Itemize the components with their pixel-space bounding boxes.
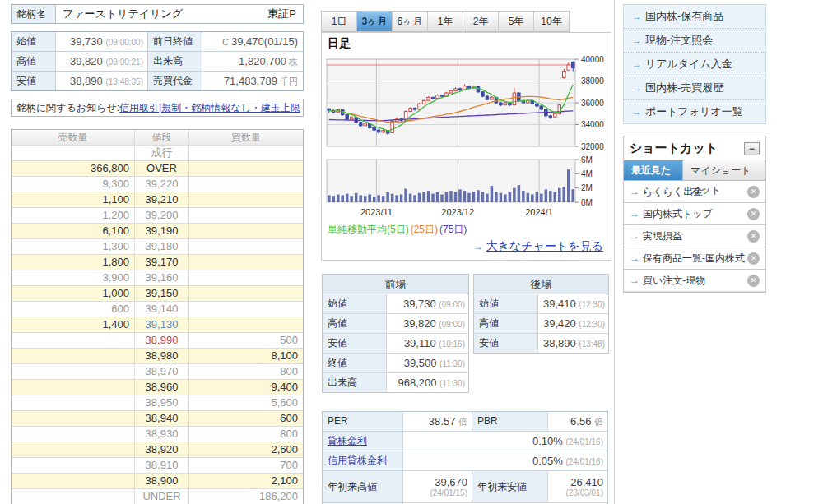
quick-menu-item-label: 国内株-保有商品 xyxy=(645,9,723,24)
stock-lending-rate-link[interactable]: 貸株金利 xyxy=(328,435,367,446)
order-book-row: 38,9609,400 xyxy=(12,380,303,395)
session-label: 安値 xyxy=(474,334,538,353)
order-book-row: 38,9808,100 xyxy=(12,349,303,364)
margin-lending-rate-row: 信用貸株金利 0.05% (24/01/16) xyxy=(323,451,607,471)
price-candlestick-chart: 4000038000360003400032000 xyxy=(323,54,611,151)
close-icon[interactable]: ✕ xyxy=(747,275,760,287)
quick-menu-item[interactable]: →現物-注文照会 xyxy=(624,29,765,53)
price-cell[interactable]: 38,930 xyxy=(135,427,189,442)
sell-qty-cell xyxy=(12,395,135,410)
price-cell[interactable]: 39,210 xyxy=(135,192,189,207)
buy-qty-cell: 8,100 xyxy=(189,349,303,363)
quick-menu-item[interactable]: →リアルタイム入金 xyxy=(624,53,765,76)
price-cell[interactable]: 39,220 xyxy=(135,177,189,192)
shortcut-tab[interactable]: マイショートカット xyxy=(683,160,765,180)
legend-entry: (75日) xyxy=(439,224,467,235)
price-cell[interactable]: 38,990 xyxy=(135,333,189,348)
price-cell[interactable]: 39,170 xyxy=(135,255,189,270)
chart-period-tab[interactable]: 1年 xyxy=(428,12,463,31)
price-cell[interactable]: 39,180 xyxy=(135,239,189,254)
buy-qty-cell xyxy=(189,146,303,160)
chart-period-tabs: 1日3ヶ月6ヶ月1年2年5年10年 xyxy=(321,11,570,32)
price-cell[interactable]: OVER xyxy=(135,161,189,176)
sell-qty-cell: 1,400 xyxy=(12,317,135,332)
order-book-row: UNDER186,200 xyxy=(12,489,303,504)
quick-menu-item[interactable]: →国内株-売買履歴 xyxy=(624,76,765,100)
price-cell[interactable]: 38,980 xyxy=(135,349,189,363)
morning-session-title: 前場 xyxy=(323,275,468,294)
shortcut-title: ショートカット xyxy=(630,141,718,156)
shortcut-item-label: 国内株式トップ xyxy=(643,207,713,221)
session-row: 高値39,820 (09:00) xyxy=(323,314,468,334)
shortcut-item[interactable]: →買い注文-現物✕ xyxy=(624,270,765,292)
margin-lending-rate-link[interactable]: 信用貸株金利 xyxy=(328,455,387,466)
price-cell[interactable]: 38,960 xyxy=(135,380,189,395)
session-value: 39,820 (09:00) xyxy=(387,314,468,333)
order-book-row: 3,90039,160 xyxy=(12,270,303,286)
summary-row: 高値39,820 (09:00:21)出来高1,820,700 株 xyxy=(12,52,303,72)
price-cell[interactable]: 39,150 xyxy=(135,286,189,301)
session-label: 高値 xyxy=(323,314,387,333)
price-cell[interactable]: 39,160 xyxy=(135,270,189,285)
shortcut-header: ショートカット − xyxy=(624,136,765,160)
sell-qty-cell xyxy=(12,442,135,457)
close-icon[interactable]: ✕ xyxy=(747,208,760,220)
notice-link[interactable]: 信用取引|規制・銘柄情報なし・建玉上限 xyxy=(119,101,300,115)
shortcut-item[interactable]: →実現損益✕ xyxy=(624,225,765,247)
summary-label: 安値 xyxy=(12,72,56,90)
close-icon[interactable]: ✕ xyxy=(747,230,760,243)
chart-period-tab[interactable]: 2年 xyxy=(463,12,499,31)
summary-value-2: 71,483,789 千円 xyxy=(202,72,303,90)
close-icon[interactable]: ✕ xyxy=(747,252,760,265)
chart-period-tab[interactable]: 6ヶ月 xyxy=(393,12,428,31)
chart-period-tab[interactable]: 5年 xyxy=(499,12,534,31)
big-chart-link[interactable]: 大きなチャートを見る xyxy=(486,239,603,252)
chart-type-label: 日足 xyxy=(328,36,351,51)
price-cell[interactable]: 38,970 xyxy=(135,364,189,379)
price-header: 値段 xyxy=(135,130,189,145)
chart-period-tab[interactable]: 1日 xyxy=(322,12,357,31)
price-cell[interactable]: 38,900 xyxy=(135,474,189,488)
shortcut-item[interactable]: →保有商品一覧-国内株式✕ xyxy=(624,247,765,270)
price-cell[interactable]: 39,140 xyxy=(135,302,189,317)
svg-text:6M: 6M xyxy=(581,156,593,164)
order-book-row: 38,940600 xyxy=(12,411,303,427)
buy-qty-cell xyxy=(189,239,303,254)
shortcut-item[interactable]: →国内株式トップ✕ xyxy=(624,203,765,225)
buy-qty-cell xyxy=(189,255,303,270)
chart-period-tab[interactable]: 3ヶ月 xyxy=(357,12,393,31)
price-cell[interactable]: 39,190 xyxy=(135,224,189,238)
session-label: 始値 xyxy=(474,294,538,313)
svg-text:4M: 4M xyxy=(581,169,593,178)
price-cell[interactable]: 38,920 xyxy=(135,442,189,457)
close-icon[interactable]: ✕ xyxy=(747,186,760,198)
collapse-icon[interactable]: − xyxy=(744,142,760,155)
session-value: 38,890 (13:48) xyxy=(538,334,608,353)
sell-qty-cell xyxy=(12,474,135,488)
price-cell[interactable]: 38,910 xyxy=(135,458,189,473)
price-cell[interactable]: 成行 xyxy=(135,146,189,160)
buy-qty-cell: 700 xyxy=(189,458,303,473)
session-row: 始値39,410 (12:30) xyxy=(474,294,608,314)
price-cell[interactable]: 39,200 xyxy=(135,208,189,223)
price-summary-table: 始値39,730 (09:00:00)前日終値C 39,470(01/15)高値… xyxy=(11,31,304,91)
chart-period-tab[interactable]: 10年 xyxy=(534,12,569,31)
sell-qty-cell xyxy=(12,380,135,395)
quick-menu-item[interactable]: →国内株-保有商品 xyxy=(624,5,765,29)
price-cell[interactable]: UNDER xyxy=(135,489,189,504)
price-cell[interactable]: 39,130 xyxy=(135,317,189,332)
shortcut-tab[interactable]: 最近見た画面 xyxy=(624,160,683,180)
buy-qty-header: 買数量 xyxy=(189,130,303,145)
buy-qty-cell xyxy=(189,224,303,238)
order-book-row: 38,9505,600 xyxy=(12,395,303,411)
price-cell[interactable]: 38,940 xyxy=(135,411,189,426)
pbr-label: PBR xyxy=(472,412,548,431)
quick-menu-item[interactable]: →ポートフォリオ一覧 xyxy=(624,100,765,123)
afternoon-session-title: 後場 xyxy=(474,275,608,294)
order-book-row: 1,00039,150 xyxy=(12,286,303,302)
summary-value: 39,820 (09:00:21) xyxy=(56,52,148,71)
price-cell[interactable]: 38,950 xyxy=(135,395,189,410)
stock-lending-rate-value: 0.10% (24/01/16) xyxy=(403,432,607,451)
quick-menu: →国内株-保有商品→現物-注文照会→リアルタイム入金→国内株-売買履歴→ポートフ… xyxy=(623,4,766,124)
summary-value-2: C 39,470(01/15) xyxy=(202,32,303,51)
